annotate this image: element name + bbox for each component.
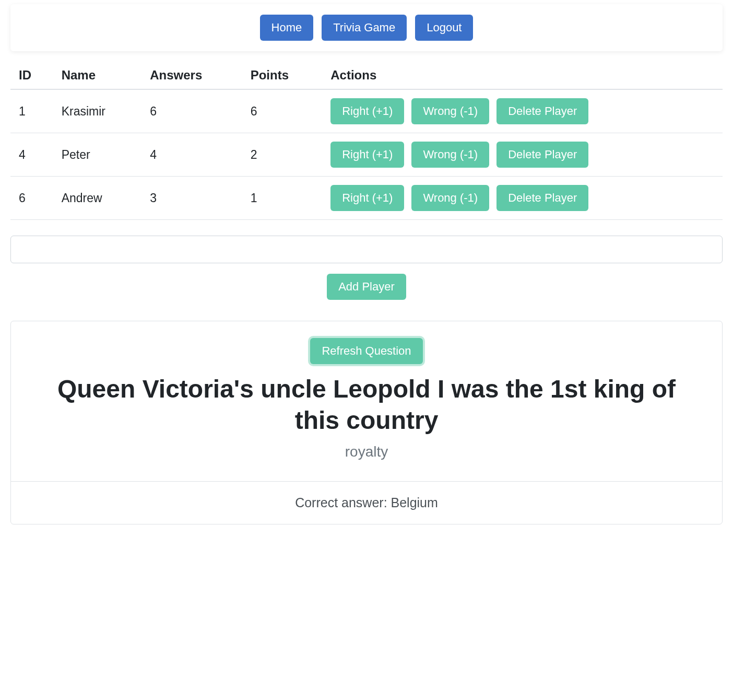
right-button[interactable]: Right (+1)	[330, 98, 404, 124]
cell-name: Peter	[53, 133, 142, 177]
question-category: royalty	[32, 444, 701, 460]
add-player-button[interactable]: Add Player	[327, 274, 406, 300]
cell-answers: 6	[141, 89, 242, 133]
wrong-button[interactable]: Wrong (-1)	[411, 185, 489, 211]
cell-actions: Right (+1)Wrong (-1)Delete Player	[322, 133, 723, 177]
question-text: Queen Victoria's uncle Leopold I was the…	[32, 374, 701, 436]
question-card: Refresh Question Queen Victoria's uncle …	[10, 321, 723, 524]
player-name-input[interactable]	[10, 236, 723, 263]
col-name: Name	[53, 62, 142, 89]
wrong-button[interactable]: Wrong (-1)	[411, 142, 489, 168]
col-id: ID	[10, 62, 53, 89]
players-table: ID Name Answers Points Actions 1Krasimir…	[10, 62, 723, 220]
cell-name: Krasimir	[53, 89, 142, 133]
cell-points: 6	[242, 89, 323, 133]
col-points: Points	[242, 62, 323, 89]
cell-actions: Right (+1)Wrong (-1)Delete Player	[322, 177, 723, 220]
cell-name: Andrew	[53, 177, 142, 220]
navbar: Home Trivia Game Logout	[10, 4, 723, 51]
nav-trivia-button[interactable]: Trivia Game	[322, 15, 407, 41]
table-row: 4Peter42Right (+1)Wrong (-1)Delete Playe…	[10, 133, 723, 177]
cell-id: 6	[10, 177, 53, 220]
cell-id: 1	[10, 89, 53, 133]
cell-id: 4	[10, 133, 53, 177]
delete-player-button[interactable]: Delete Player	[496, 142, 588, 168]
nav-logout-button[interactable]: Logout	[415, 15, 473, 41]
cell-points: 2	[242, 133, 323, 177]
cell-answers: 4	[141, 133, 242, 177]
refresh-question-button[interactable]: Refresh Question	[310, 338, 422, 364]
delete-player-button[interactable]: Delete Player	[496, 185, 588, 211]
question-answer: Correct answer: Belgium	[11, 481, 722, 524]
right-button[interactable]: Right (+1)	[330, 185, 404, 211]
cell-actions: Right (+1)Wrong (-1)Delete Player	[322, 89, 723, 133]
answer-prefix: Correct answer:	[295, 495, 391, 510]
delete-player-button[interactable]: Delete Player	[496, 98, 588, 124]
wrong-button[interactable]: Wrong (-1)	[411, 98, 489, 124]
table-row: 1Krasimir66Right (+1)Wrong (-1)Delete Pl…	[10, 89, 723, 133]
col-actions: Actions	[322, 62, 723, 89]
cell-answers: 3	[141, 177, 242, 220]
col-answers: Answers	[141, 62, 242, 89]
cell-points: 1	[242, 177, 323, 220]
table-row: 6Andrew31Right (+1)Wrong (-1)Delete Play…	[10, 177, 723, 220]
answer-value: Belgium	[391, 495, 438, 510]
right-button[interactable]: Right (+1)	[330, 142, 404, 168]
nav-home-button[interactable]: Home	[260, 15, 314, 41]
